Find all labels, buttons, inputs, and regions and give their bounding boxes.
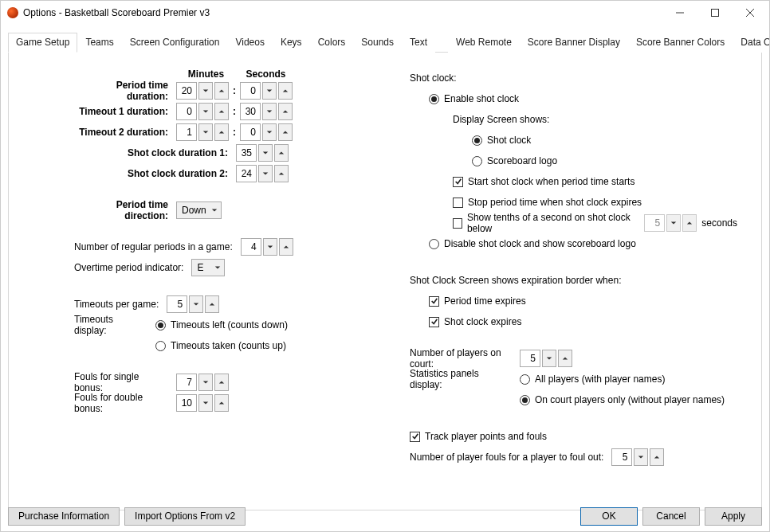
period-direction-combo[interactable]: Down [176, 201, 222, 219]
ot-indicator-combo[interactable]: E [191, 259, 225, 276]
time-colon: : [229, 85, 240, 96]
label-regular-periods: Number of regular periods in a game: [74, 241, 241, 252]
purchase-info-button[interactable]: Purchase Information [8, 507, 120, 526]
spin-down-icon[interactable] [262, 82, 277, 100]
spin-up-icon[interactable] [274, 144, 289, 162]
import-options-button[interactable]: Import Options From v2 [124, 507, 246, 526]
foul-out-spin[interactable]: 5 [611, 448, 664, 466]
label-stats-display: Statistics panels display: [410, 368, 520, 390]
fouls-single-spin[interactable]: 7 [176, 374, 229, 391]
radio-timeouts-taken[interactable]: Timeouts taken (counts up) [155, 340, 286, 351]
spin-down-icon[interactable] [634, 448, 648, 466]
radio-dss-shot-clock[interactable]: Shot clock [472, 135, 531, 146]
radio-enable-shot-clock[interactable]: Enable shot clock [429, 93, 519, 104]
spin-down-icon[interactable] [198, 123, 213, 141]
tab-screen-configuration[interactable]: Screen Configuration [122, 33, 228, 53]
radio-dss-logo[interactable]: Scoreboard logo [472, 155, 557, 166]
spin-down-icon[interactable] [198, 374, 213, 391]
label-foul-out: Number of player fouls for a player to f… [410, 452, 611, 463]
tab-videos[interactable]: Videos [227, 33, 272, 53]
timeout1-minutes[interactable]: 0 [176, 103, 229, 120]
header-minutes: Minutes [176, 68, 236, 80]
label-players-on-court: Number of players on court: [410, 347, 520, 370]
spin-up-icon[interactable] [205, 295, 219, 313]
spin-down-icon[interactable] [258, 165, 273, 182]
header-seconds: Seconds [236, 68, 296, 80]
spin-up-icon[interactable] [274, 165, 289, 182]
check-stop-on-expire[interactable]: Stop period time when shot clock expires [453, 197, 642, 208]
cancel-button[interactable]: Cancel [642, 507, 700, 526]
spin-up-icon[interactable] [278, 103, 293, 120]
titlebar: Options - Basketball Scoreboard Premier … [1, 1, 769, 25]
timeout2-minutes[interactable]: 1 [176, 123, 229, 141]
spin-down-icon[interactable] [198, 394, 213, 412]
radio-stats-court[interactable]: On court players only (without player na… [520, 394, 725, 405]
spin-up-icon[interactable] [278, 82, 293, 100]
spin-down-icon[interactable] [262, 123, 277, 141]
spin-up-icon[interactable] [214, 103, 229, 120]
spin-down-icon[interactable] [258, 144, 273, 162]
tab-web-remote[interactable]: Web Remote [448, 33, 520, 53]
radio-disable-shot-clock[interactable]: Disable shot clock and show scoreboard l… [429, 238, 636, 249]
spin-down-icon[interactable] [198, 82, 213, 100]
tab-sounds[interactable]: Sounds [353, 33, 402, 53]
label-fouls-double: Fouls for double bonus: [74, 392, 176, 414]
check-exp-shot[interactable]: Shot clock expires [429, 316, 521, 327]
label-shotclock2: Shot clock duration 2: [74, 168, 236, 179]
tenths-threshold-spin: 5 [644, 214, 697, 232]
tab-keys[interactable]: Keys [273, 33, 310, 53]
spin-up-icon[interactable] [214, 374, 229, 391]
label-period-duration: Period time duration: [74, 80, 176, 102]
check-start-with-period[interactable]: Start shot clock when period time starts [453, 176, 634, 187]
svg-rect-0 [712, 10, 719, 17]
label-display-screen-shows: Display Screen shows: [453, 114, 549, 125]
spin-up-icon[interactable] [214, 123, 229, 141]
tab-score-banner-display[interactable]: Score Banner Display [520, 33, 628, 53]
spin-up-icon[interactable] [650, 448, 664, 466]
players-on-court-spin[interactable]: 5 [520, 350, 572, 367]
label-shotclock1: Shot clock duration 1: [74, 147, 236, 158]
spin-up-icon[interactable] [214, 394, 229, 412]
close-button[interactable] [733, 2, 768, 24]
tab-text[interactable]: Text [402, 33, 435, 53]
check-track-points-fouls[interactable]: Track player points and fouls [410, 431, 547, 442]
spin-down-icon[interactable] [263, 238, 277, 256]
check-show-tenths[interactable]: Show tenths of a second on shot clock be… [453, 212, 638, 234]
spin-down-icon[interactable] [198, 103, 213, 120]
spin-down-icon[interactable] [189, 295, 203, 313]
fouls-double-spin[interactable]: 10 [176, 394, 229, 412]
spin-up-icon[interactable] [558, 350, 572, 367]
tab-score-banner-colors[interactable]: Score Banner Colors [628, 33, 733, 53]
spin-down-icon [666, 214, 681, 232]
tab-bar: Game Setup Teams Screen Configuration Vi… [8, 32, 762, 53]
shotclock1-seconds[interactable]: 35 [236, 144, 289, 162]
timeouts-per-game-spin[interactable]: 5 [167, 295, 219, 313]
label-timeouts-per-game: Timeouts per game: [74, 299, 167, 310]
period-duration-seconds[interactable]: 0 [240, 82, 293, 100]
maximize-button[interactable] [697, 2, 733, 24]
apply-button[interactable]: Apply [705, 507, 762, 526]
timeout1-seconds[interactable]: 30 [240, 103, 293, 120]
spin-up-icon[interactable] [278, 123, 293, 141]
spin-up-icon [682, 214, 697, 232]
spin-up-icon[interactable] [279, 238, 293, 256]
spin-up-icon[interactable] [214, 82, 229, 100]
timeout2-seconds[interactable]: 0 [240, 123, 293, 141]
tab-data-output[interactable]: Data Output [733, 33, 770, 53]
ok-button[interactable]: OK [580, 507, 638, 526]
check-exp-period[interactable]: Period time expires [429, 295, 526, 307]
label-shot-clock: Shot clock: [410, 72, 457, 84]
minimize-button[interactable] [662, 2, 697, 24]
radio-stats-all[interactable]: All players (with player names) [520, 374, 665, 385]
spin-down-icon[interactable] [542, 350, 556, 367]
label-expiration-border: Shot Clock Screen shows expiration borde… [410, 275, 621, 286]
tab-teams[interactable]: Teams [77, 33, 121, 53]
spin-down-icon[interactable] [262, 103, 277, 120]
shotclock2-seconds[interactable]: 24 [236, 165, 289, 182]
radio-timeouts-left[interactable]: Timeouts left (counts down) [155, 319, 288, 331]
regular-periods-spin[interactable]: 4 [241, 238, 293, 256]
period-duration-minutes[interactable]: 20 [176, 82, 229, 100]
footer: Purchase Information Import Options From… [0, 500, 770, 532]
tab-colors[interactable]: Colors [310, 33, 354, 53]
tab-game-setup[interactable]: Game Setup [8, 33, 77, 53]
